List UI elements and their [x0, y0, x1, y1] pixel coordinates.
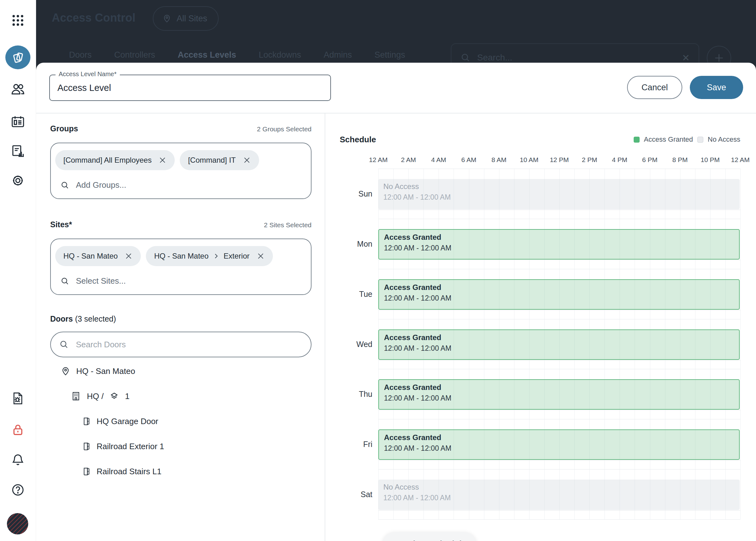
search-clear-icon[interactable]: ✕ [682, 52, 690, 63]
floor-layers-icon [109, 391, 119, 401]
legend-label-access-granted: Access Granted [644, 135, 693, 144]
grid-hline [378, 419, 740, 419]
schedule-block-thu-granted[interactable]: Access Granted12:00 AM - 12:00 AM [378, 379, 740, 410]
door-tree-site[interactable]: HQ - San Mateo [61, 363, 135, 379]
grid-hline [378, 360, 740, 360]
user-avatar[interactable] [7, 513, 28, 534]
time-label: 4 AM [431, 156, 446, 164]
grid-hline [378, 510, 740, 511]
grid-hline [378, 210, 740, 210]
day-label-mon: Mon [328, 240, 372, 249]
select-sites-placeholder: Select Sites... [76, 276, 126, 286]
grid-hline [378, 519, 740, 520]
lockdown-lock-icon[interactable] [11, 422, 25, 437]
time-label: 2 PM [582, 156, 597, 164]
day-label-thu: Thu [328, 390, 372, 399]
schedule-block-tue-granted[interactable]: Access Granted12:00 AM - 12:00 AM [378, 279, 740, 310]
notifications-bell-icon[interactable] [11, 453, 25, 467]
door-item-hq-garage-door[interactable]: HQ Garage Door [82, 414, 158, 429]
access-level-name-label: Access Level Name* [56, 71, 120, 78]
save-button[interactable]: Save [690, 76, 743, 99]
group-chip-command-it: [Command] IT [180, 150, 259, 170]
cancel-button[interactable]: Cancel [627, 76, 682, 99]
bug-report-icon[interactable] [11, 391, 25, 406]
reports-icon[interactable] [10, 144, 25, 159]
select-sites-row[interactable]: Select Sites... [60, 276, 126, 286]
grid-hline [378, 269, 740, 269]
remove-chip-icon[interactable] [158, 156, 167, 164]
tab-settings[interactable]: Settings [375, 50, 405, 60]
remove-chip-icon[interactable] [243, 156, 251, 164]
sidebar-item-access-control-active[interactable] [5, 45, 30, 69]
clear-x-icon [393, 539, 402, 541]
remove-chip-icon[interactable] [125, 252, 133, 260]
schedule-block-sun-no-access[interactable]: No Access12:00 AM - 12:00 AM [378, 179, 740, 210]
access-level-modal: Access Level Name* Cancel Save Groups 2 … [36, 63, 756, 541]
search-icon [59, 339, 69, 349]
site-filter-button[interactable]: All Sites [153, 6, 219, 31]
schedule-block-sat-no-access[interactable]: No Access12:00 AM - 12:00 AM [378, 480, 740, 510]
doors-header: Doors (3 selected) [50, 314, 311, 323]
site-chip-hq-san-mateo-exterior: HQ - San MateoExterior [146, 246, 273, 266]
doors-selected-count: (3 selected) [75, 314, 116, 323]
time-label: 2 AM [401, 156, 416, 164]
time-label: 12 PM [550, 156, 569, 164]
settings-gear-icon[interactable] [10, 173, 25, 188]
people-icon[interactable] [10, 82, 25, 97]
schedule-block-wed-granted[interactable]: Access Granted12:00 AM - 12:00 AM [378, 329, 740, 360]
search-icon [60, 181, 70, 190]
tab-access-levels[interactable]: Access Levels [178, 50, 236, 60]
tab-admins[interactable]: Admins [324, 50, 352, 60]
remove-chip-icon[interactable] [257, 252, 265, 260]
grid-hline [378, 219, 740, 219]
door-icon [82, 467, 91, 476]
header-search-placeholder: Search... [477, 53, 676, 63]
day-label-fri: Fri [328, 440, 372, 449]
groups-title: Groups [50, 124, 78, 133]
time-label: 10 PM [700, 156, 720, 164]
access-level-name-field: Access Level Name* [49, 75, 331, 101]
doors-search-input[interactable] [76, 340, 303, 349]
add-groups-row[interactable]: Add Groups... [60, 180, 126, 190]
tab-controllers[interactable]: Controllers [114, 50, 155, 60]
time-label: 12 AM [369, 156, 388, 164]
chevron-right-icon [212, 252, 220, 260]
clear-schedule-button[interactable]: Clear Schedule [383, 532, 476, 541]
doors-title: Doors (3 selected) [50, 314, 116, 323]
day-label-sun: Sun [328, 189, 372, 199]
groups-selected-count: 2 Groups Selected [257, 125, 311, 133]
map-pin-icon [61, 366, 71, 376]
doors-search-box [50, 331, 311, 357]
plus-icon [713, 52, 725, 64]
door-icon [82, 416, 91, 426]
calendar-icon[interactable] [10, 114, 25, 129]
site-chip-hq-san-mateo: HQ - San Mateo [55, 246, 141, 266]
legend-swatch-access-granted [634, 137, 640, 143]
time-label: 6 PM [642, 156, 658, 164]
day-label-sat: Sat [328, 490, 372, 499]
schedule-legend: Access GrantedNo Access [623, 135, 740, 144]
door-tree-floor-label: HQ / [87, 391, 104, 401]
sites-header: Sites* 2 Sites Selected [50, 220, 311, 229]
tab-lockdowns[interactable]: Lockdowns [259, 50, 301, 60]
time-label: 8 PM [672, 156, 688, 164]
legend-label-no-access: No Access [708, 135, 740, 144]
grid-hline [378, 319, 740, 319]
time-label: 12 AM [731, 156, 750, 164]
schedule-block-fri-granted[interactable]: Access Granted12:00 AM - 12:00 AM [378, 429, 740, 460]
help-icon[interactable] [11, 483, 25, 497]
legend-swatch-no-access [697, 137, 703, 143]
schedule-block-mon-granted[interactable]: Access Granted12:00 AM - 12:00 AM [378, 229, 740, 260]
header-tabs: DoorsControllersAccess LevelsLockdownsAd… [69, 50, 428, 60]
grid-hline [378, 410, 740, 410]
door-icon [82, 442, 91, 451]
app-grid-icon[interactable] [11, 13, 25, 28]
door-item-railroad-exterior-1[interactable]: Railroad Exterior 1 [82, 439, 164, 454]
schedule-grid[interactable]: No Access12:00 AM - 12:00 AMAccess Grant… [378, 169, 740, 519]
grid-hline [378, 369, 740, 369]
door-item-railroad-stairs-l1[interactable]: Railroad Stairs L1 [82, 464, 162, 479]
door-tree-floor[interactable]: HQ / 1 [71, 389, 130, 404]
tab-doors[interactable]: Doors [69, 50, 92, 60]
sidebar [0, 0, 36, 541]
access-level-name-input[interactable] [50, 75, 330, 100]
